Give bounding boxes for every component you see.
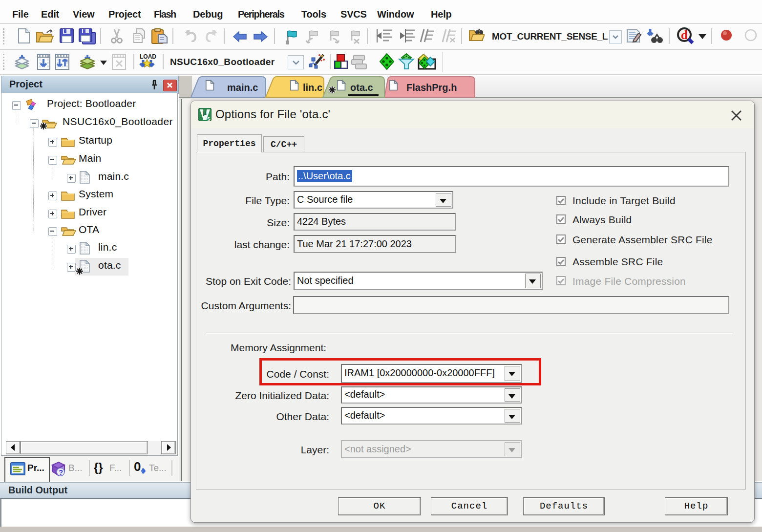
- svg-text:main.c: main.c: [227, 82, 258, 93]
- svg-text:FlashPrg.h: FlashPrg.h: [406, 82, 457, 93]
- svg-text:d: d: [681, 28, 688, 42]
- svg-text:s: s: [207, 115, 211, 121]
- svg-text:lin.c: lin.c: [303, 82, 322, 93]
- svg-text:?: ?: [59, 468, 63, 476]
- svg-text:LOAD: LOAD: [140, 53, 156, 60]
- svg-text:ota.c: ota.c: [350, 82, 373, 93]
- svg-text:µ: µ: [203, 109, 207, 116]
